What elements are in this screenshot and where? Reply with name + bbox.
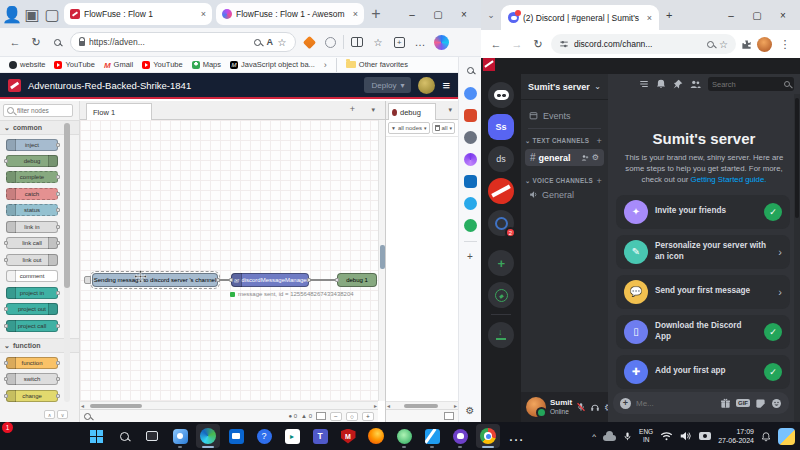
message-input[interactable] [636,399,715,408]
bookmark-star-icon[interactable]: ☆ [719,39,728,50]
tab-close-icon[interactable]: × [647,13,652,23]
bookmark-gmail[interactable]: MGmail [104,60,133,69]
tray-mic-icon[interactable] [623,431,632,442]
add-flow-button[interactable]: + [350,104,355,114]
palette-filter[interactable] [3,104,73,117]
other-favorites[interactable]: Other favorites [346,60,408,69]
main-scroll-thumb[interactable] [795,98,799,218]
flow-list-icon[interactable]: ▾ [371,106,375,114]
tab-actions-icon[interactable]: ▢ [44,6,60,22]
tab-close-icon[interactable]: × [353,9,358,19]
language-indicator[interactable]: ENGIN [639,428,653,444]
tab-discord[interactable]: (2) Discord | #general | Sumit's × [501,5,659,30]
pinned-messages-icon[interactable] [673,79,683,89]
text-channels-category[interactable]: ⌄TEXT CHANNELS + [521,134,608,147]
headphones-icon[interactable] [590,402,600,412]
filter-nodes-dropdown[interactable]: ▼all nodes▾ [388,122,430,134]
tab-debug[interactable]: debug [388,103,436,120]
card-invite-friends[interactable]: ✦ Invite your friends ✓ [616,195,790,229]
sticker-icon[interactable] [755,398,766,409]
tray-expand-icon[interactable]: ^ [592,432,596,441]
mic-muted-icon[interactable] [576,402,586,412]
address-bar[interactable]: discord.com/chann... ☆ [551,34,736,54]
sidebar-app-icon-2[interactable] [464,153,477,166]
attach-icon[interactable]: + [620,398,631,409]
node-inject-sending-message[interactable]: Sending message to discord server 's cha… [92,273,218,287]
palette-node-catch[interactable]: catch [6,188,58,200]
navigator-icon[interactable] [316,412,326,420]
palette-node-project-in[interactable]: project in [6,287,58,299]
address-text[interactable]: discord.com/chann... [574,39,702,49]
invite-people-icon[interactable] [581,154,589,162]
read-aloud-icon[interactable]: A [267,37,274,47]
firefox-icon[interactable] [364,424,388,448]
palette-scrollbar[interactable] [64,121,70,402]
teams-icon[interactable]: T [308,424,332,448]
palette-node-inject[interactable]: inject [6,139,58,151]
bookmark-website[interactable]: website [9,60,45,69]
bookmark-maps[interactable]: Maps [192,60,221,69]
canvas-hscroll-thumb[interactable] [90,404,142,408]
notifications-bell-icon[interactable] [656,79,666,89]
create-channel-icon[interactable]: + [596,136,602,146]
back-button[interactable]: ← [488,36,504,52]
scroll-right-icon[interactable]: ▸ [454,402,457,409]
onedrive-icon[interactable] [603,435,616,441]
getting-started-link[interactable]: Getting Started guide. [691,175,767,184]
more-menu-icon[interactable]: … [412,34,428,50]
emoji-icon[interactable] [771,398,782,409]
voice-channels-category[interactable]: ⌄VOICE CHANNELS + [521,174,608,187]
expand-all-button[interactable]: ∨ [57,410,68,419]
collapse-all-button[interactable]: ∧ [44,410,55,419]
refresh-button[interactable]: ↻ [28,34,44,50]
palette-node-link-in[interactable]: link in [6,221,58,233]
new-tab-button[interactable]: + [368,6,384,22]
canvas-vertical-scrollbar[interactable] [378,120,385,401]
sidebar-app-icon-3[interactable] [464,219,477,232]
zoom-out-button[interactable]: − [330,412,342,421]
taskbar-overflow-icon[interactable]: … [504,424,528,448]
events-item[interactable]: Events [521,108,608,123]
palette-node-link-call[interactable]: link call [6,237,58,249]
favorite-star-icon[interactable]: ☆ [277,34,287,50]
download-apps-button[interactable] [488,322,514,348]
canvas-horizontal-scrollbar[interactable]: ◂ ▸ [80,401,378,409]
tab-flowfuse-awesome[interactable]: FlowFuse : Flow 1 - Awesom × [216,3,364,25]
palette-node-complete[interactable]: complete [6,171,58,183]
favorites-icon[interactable]: ☆ [370,34,386,50]
address-text[interactable]: https://adven... [89,37,249,47]
user-avatar[interactable] [418,77,435,94]
app-icon-green[interactable] [392,424,416,448]
zoom-in-button[interactable]: + [362,412,374,421]
wifi-icon[interactable] [660,431,673,441]
canvas-grid[interactable]: Sending message to discord server 's cha… [80,120,378,401]
tab-flowfuse-flow1[interactable]: FlowFuse : Flow 1 × [64,3,212,25]
search-box[interactable] [708,77,794,91]
user-avatar[interactable] [526,397,546,417]
server-icon-notification[interactable]: 2 [488,210,514,236]
node-debug-1[interactable]: debug 1 [337,273,377,287]
card-send-message[interactable]: 💬 Send your first message › [616,275,790,309]
notification-bell-icon[interactable] [761,431,771,442]
search-input[interactable] [712,80,781,89]
palette-scroll-thumb[interactable] [64,123,70,288]
tab-close-icon[interactable]: × [201,9,206,19]
maximize-button[interactable]: ▢ [744,2,770,28]
sidebar-add-button[interactable]: + [467,251,473,262]
palette-node-debug[interactable]: debug [6,155,58,167]
sidebar-games-icon[interactable] [464,131,477,144]
start-button[interactable] [84,424,108,448]
debug-scroll-thumb[interactable] [404,404,438,408]
close-button[interactable]: × [451,1,477,27]
copilot-icon[interactable] [433,34,449,50]
sidebar-search-icon[interactable] [462,62,478,78]
maximize-button[interactable]: ▢ [425,1,451,27]
widgets-button[interactable] [168,424,192,448]
explore-servers-button[interactable]: ◆ [488,282,514,308]
gif-icon[interactable]: GIF [736,399,750,407]
mcafee-icon[interactable]: M [336,424,360,448]
clock[interactable]: 17:0927-06-2024 [718,427,754,445]
microsoft-store-icon[interactable] [224,424,248,448]
vscode-icon[interactable] [420,424,444,448]
debug-scrollbar[interactable]: ◂ ▸ [386,401,458,409]
